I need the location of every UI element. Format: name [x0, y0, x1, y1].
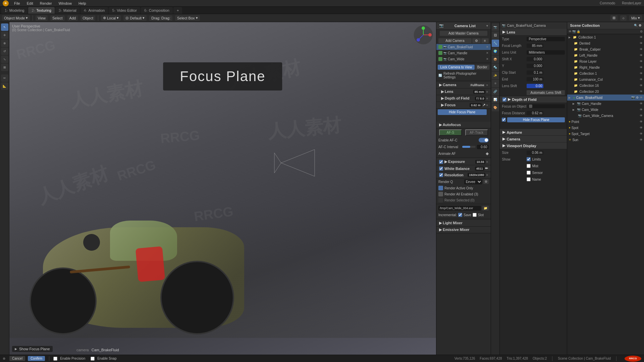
filter-icon-2[interactable]: 📷 [572, 30, 576, 33]
render-menu[interactable]: Render [39, 1, 53, 5]
filter-icon-1[interactable]: 👁 [569, 30, 572, 33]
select-box-selector[interactable]: Select Box ▾ [175, 15, 200, 21]
cam-brakefluid-checkbox[interactable] [438, 45, 442, 49]
collection-1-sub-item[interactable]: 📁 Collection 1 👁 [567, 70, 644, 76]
tab-video-editor[interactable]: 5-Video Editor [109, 7, 140, 14]
data-props-icon[interactable]: 📊 [492, 96, 499, 103]
save-checkbox[interactable] [473, 213, 477, 217]
obj-props-icon[interactable]: 📦 [492, 56, 499, 63]
camera-list-btn[interactable]: ≡ [481, 38, 489, 43]
object-menu[interactable]: Object [80, 15, 95, 21]
material-props-icon[interactable]: 🎨 [492, 104, 499, 111]
filter-icon-3[interactable]: 🔒 [577, 30, 580, 33]
add-camera-btn[interactable]: Add Camera [438, 38, 472, 43]
exposure-checkbox[interactable] [439, 160, 443, 164]
eye-icon-c1[interactable]: 👁 [640, 36, 643, 39]
select-menu[interactable]: Select [50, 15, 65, 21]
scene-collection-header[interactable]: Scene Collection 🔍 ⚙ [567, 22, 644, 29]
tab-material[interactable]: 3-Material [55, 7, 80, 14]
view-gizmo[interactable] [413, 25, 433, 45]
enable-afc-toggle[interactable] [479, 138, 489, 142]
tab-texturing[interactable]: 2-Texturing [28, 7, 54, 14]
cam-wide-collection-item[interactable]: ▶ 📷 Cam_Wide 👁 [567, 107, 644, 113]
cam-handle-checkbox[interactable] [438, 51, 442, 55]
resolution-header[interactable]: Resolution 644x362 ≡ [436, 172, 491, 178]
hide-focus-plane-props-btn[interactable]: Hide Focus Plane [507, 117, 565, 122]
afc-interval-input[interactable] [477, 145, 489, 149]
mist-checkbox[interactable] [527, 164, 531, 168]
rose-layer-item[interactable]: 📁 Rose Layer 👁 [567, 58, 644, 64]
mix-selector[interactable]: Mix ▾ [629, 15, 642, 21]
cam-brakefluid-collection-item[interactable]: ▶ ● Cam_BrakeFluid 📷 ⚙ 👁 [567, 95, 644, 101]
tab-add[interactable]: + [173, 7, 182, 14]
pivot-selector[interactable]: ◎ Default ▾ [123, 15, 147, 21]
tab-animation[interactable]: 4-Animation [80, 7, 108, 14]
cam-wide-entry[interactable]: 📷 Cam_Wide ✕ [436, 56, 491, 62]
select-tool[interactable]: ↖ [1, 23, 8, 31]
particle-props-icon[interactable]: ✨ [492, 72, 499, 79]
confirm-btn[interactable]: Confirm [28, 356, 45, 361]
cam-brakefluid-entry[interactable]: 📷 Cam_BrakeFluid ✕ [436, 44, 491, 50]
scale-tool[interactable]: ⤡ [1, 56, 8, 63]
cam-wide-camera-item[interactable]: 📷 Cam_Wide_Camera 👁 [567, 113, 644, 119]
enable-precision-checkbox[interactable] [53, 357, 57, 361]
camera-section-header[interactable]: ▶ Camera Fullframe ≡ [436, 82, 491, 88]
enable-snap-checkbox[interactable] [91, 357, 95, 361]
focus-on-object-input[interactable] [528, 104, 565, 108]
limits-checkbox[interactable] [527, 157, 531, 161]
scene-props-icon[interactable]: 🔧 [492, 40, 499, 47]
focus-section-header[interactable]: ▶ Focus 0.62 m ↗ ≡ [436, 102, 491, 109]
proportional-toggle[interactable]: ○ [620, 15, 627, 21]
snap-toggle[interactable]: ⊞ [610, 15, 618, 21]
cancel-btn[interactable]: Cancel [9, 356, 25, 361]
shift-x-input[interactable]: 0.000 [527, 57, 543, 61]
af-s-btn[interactable]: AF-S [439, 129, 462, 136]
window-menu[interactable]: Window [57, 1, 73, 5]
3d-viewport[interactable]: RRCG 人人素材 RRCG 人人素材 RRCG 人人素材 RRCG 人人素材 [9, 22, 436, 355]
camera-list-header[interactable]: 📷 Camera List ▾ [436, 22, 491, 29]
render-selected-btn[interactable]: Render Selected (0) [436, 197, 491, 203]
settings-icon[interactable]: ⚙ [639, 24, 641, 27]
tab-composition[interactable]: 6-Composition [141, 7, 173, 14]
output-props-icon[interactable]: 🖼 [492, 32, 499, 39]
hide-focus-plane-checkbox[interactable] [502, 118, 506, 122]
render-q-options-btn[interactable]: ⚙ [483, 179, 489, 184]
render-props-icon[interactable]: 📷 [492, 23, 499, 31]
cursor-tool[interactable]: ✛ [1, 32, 8, 39]
incremental-checkbox[interactable] [458, 213, 462, 217]
render-active-btn[interactable]: Render Active Only [436, 185, 491, 191]
size-input[interactable]: 0.06 m [527, 150, 543, 155]
cam-handle-collection-item[interactable]: ▶ 📷 Cam_Handle 👁 [567, 101, 644, 107]
focus-distance-input[interactable]: 0.62 m [527, 111, 543, 115]
aperture-header[interactable]: ▶ Aperture [500, 129, 567, 136]
viewport-display-header[interactable]: ▶ Viewport Display [500, 142, 567, 149]
file-menu[interactable]: File [13, 1, 21, 5]
collection-20-item[interactable]: 📁 Collection 20 👁 [567, 88, 644, 95]
constraint-props-icon[interactable]: 🔗 [492, 88, 499, 95]
refresh-row[interactable]: 🔄 Refresh Photographer Settings [436, 71, 491, 80]
lens-shift-input[interactable]: 0.00 [527, 84, 543, 88]
sun-item[interactable]: ☀ Sun 👁 [567, 137, 644, 143]
lens-section-header[interactable]: ▶ Lens 85 mm ≡ [436, 88, 491, 95]
annotate-tool[interactable]: ✏ [1, 74, 8, 82]
lens-props-header[interactable]: ▶ Lens [500, 29, 567, 36]
output-folder-btn[interactable]: 📁 [482, 206, 489, 210]
spot-target-item[interactable]: ● Spot_Target 👁 [567, 131, 644, 137]
af-track-btn[interactable]: AF-Track [465, 129, 488, 136]
add-master-camera-btn[interactable]: Add Master Camera [440, 31, 487, 36]
point-light-item[interactable]: ● Point 👁 [567, 119, 644, 125]
border-btn[interactable]: Border [475, 65, 489, 70]
camera-options-btn[interactable]: ⚙ [472, 38, 481, 43]
filter-icon[interactable]: 🔍 [634, 24, 638, 27]
dof-enabled-checkbox[interactable] [502, 98, 506, 102]
dof-section-header[interactable]: ▶ Depth of Field f / 8.0 ≡ [436, 95, 491, 102]
exposure-header[interactable]: ▶ Exposure 10.56 ≡ [436, 159, 491, 165]
output-path-input[interactable] [438, 206, 481, 210]
measure-tool[interactable]: 📐 [1, 82, 8, 90]
render-all-btn[interactable]: Render All Enabled (3) [436, 191, 491, 197]
show-focus-plane-label[interactable]: ▶ Show Focus Plane [12, 346, 53, 352]
lock-camera-btn[interactable]: Lock Camera to View [438, 65, 475, 70]
res-checkbox[interactable] [439, 173, 443, 177]
left-handle-item[interactable]: 📁 Left_Handle 👁 [567, 52, 644, 58]
transform-tool[interactable]: ⊠ [1, 64, 8, 71]
